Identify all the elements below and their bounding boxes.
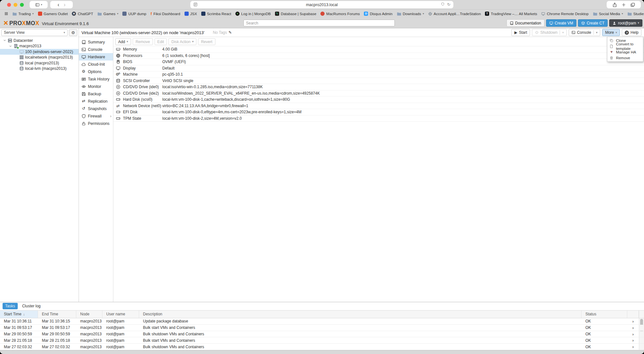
tab-task-history[interactable]: Task History: [79, 75, 113, 83]
address-bar-url[interactable]: macpro2013.local: [306, 3, 338, 7]
task-row[interactable]: Mar 31 09:53:17Mar 31 09:53:17macpro2013…: [0, 325, 644, 331]
tree-item-localnetwork-macpro2013[interactable]: localnetwork (macpro2013): [0, 55, 79, 61]
task-detail-button[interactable]: ›: [627, 332, 639, 336]
edit-tags-icon[interactable]: ✎: [229, 31, 232, 34]
bookmark-item-macrumors-forums[interactable]: MacRumors Forums: [320, 12, 360, 16]
forward-button[interactable]: ›: [64, 2, 65, 7]
hardware-row-network-device-net0[interactable]: ⇄Network Device (net0)virtio=BC:24:11:13…: [113, 103, 644, 109]
root-pam-button[interactable]: root@pam▾: [609, 19, 642, 27]
tab-tasks[interactable]: Tasks: [3, 303, 18, 309]
close-window-button[interactable]: [7, 3, 11, 7]
bookmark-item-jsx[interactable]: JSX: [185, 12, 197, 16]
task-detail-button[interactable]: ›: [627, 319, 639, 323]
bookmark-item-disqus-admin[interactable]: DDisqus Admin: [364, 12, 392, 16]
tree-item-local-macpro2013[interactable]: local (macpro2013): [0, 60, 79, 66]
tree-item-datacenter[interactable]: Datacenter: [0, 38, 79, 43]
hardware-row-cd-dvd-drive-ide0[interactable]: CD/DVD Drive (ide0)local:iso/virtio-win-…: [113, 84, 644, 90]
column-header-node[interactable]: Node: [76, 311, 102, 318]
tab-monitor[interactable]: Monitor: [79, 83, 113, 90]
address-bar[interactable]: macpro2013.local ↻: [190, 1, 453, 8]
task-detail-button[interactable]: ›: [627, 326, 639, 330]
hardware-row-machine[interactable]: ⚙⚙Machinepc-q35-10.1: [113, 71, 644, 78]
task-row[interactable]: Mar 27 02:03:32Mar 27 02:03:32macpro2013…: [0, 344, 644, 350]
hardware-row-display[interactable]: DisplayDefault: [113, 65, 644, 72]
bookmark-item-tradingview-all-markets[interactable]: TTradingView –… All Markets: [485, 12, 537, 16]
column-header-status[interactable]: Status: [582, 311, 627, 318]
hardware-row-processors[interactable]: Processors6 (1 sockets, 6 cores) [host]: [113, 53, 644, 59]
back-button[interactable]: ‹: [58, 2, 59, 7]
menu-item-convert-to-template[interactable]: Convert to template: [607, 43, 643, 49]
view-selector[interactable]: Server View ▾: [1, 29, 68, 36]
reload-icon[interactable]: ↻: [447, 3, 450, 7]
scrollbar-track[interactable]: [639, 344, 644, 350]
tab-hardware[interactable]: Hardware: [79, 53, 113, 61]
hardware-row-hard-disk-scsi0[interactable]: Hard Disk (scsi0)local-lvm:vm-100-disk-1…: [113, 97, 644, 103]
scrollbar-track[interactable]: [639, 337, 644, 343]
reader-icon[interactable]: [193, 2, 198, 7]
tab-options[interactable]: ⚙Options: [79, 68, 113, 75]
hardware-row-tpm-state[interactable]: TPM Statelocal-lvm:vm-100-disk-2,size=4M…: [113, 116, 644, 122]
bookmark-item-account-appli-tradestation[interactable]: Account Appli…TradeStation: [428, 12, 481, 16]
hardware-row-memory[interactable]: Memory4.00 GiB: [113, 46, 644, 53]
scrollbar-track[interactable]: [639, 318, 644, 324]
bookmark-item-studie[interactable]: Studie▾: [627, 12, 644, 16]
bookmark-item-chatgpt[interactable]: ∗ChatGPT: [72, 12, 93, 16]
edit-button[interactable]: Edit: [155, 38, 167, 45]
minimize-window-button[interactable]: [14, 3, 17, 7]
tab-summary[interactable]: Summary: [79, 38, 113, 46]
task-row[interactable]: Mar 31 10:36:11Mar 31 10:36:15macpro2013…: [0, 318, 644, 325]
scrollbar-track[interactable]: [639, 325, 644, 331]
share-icon[interactable]: [612, 2, 617, 7]
documentation-button[interactable]: Documentation: [507, 19, 545, 27]
bookmark-item-database-supabase[interactable]: ϟDatabase | Supabase: [275, 12, 316, 16]
task-detail-button[interactable]: ›: [627, 338, 639, 342]
hardware-row-scsi-controller[interactable]: SCSI ControllerVirtIO SCSI single: [113, 78, 644, 84]
bookmark-item-uup-dump[interactable]: UUP dump: [122, 12, 146, 16]
tab-firewall[interactable]: Firewall›: [79, 112, 113, 120]
tabs-icon[interactable]: [630, 2, 635, 7]
tree-item-macpro2013[interactable]: macpro2013: [0, 43, 79, 49]
search-input[interactable]: [243, 20, 395, 26]
bookmark-item-fiksi-dashboard[interactable]: fFiksi Dashboard: [150, 12, 180, 16]
shutdown-button[interactable]: Shutdown▾: [532, 29, 567, 36]
column-header-start-time[interactable]: Start Time↓: [0, 311, 38, 318]
column-header-end-time[interactable]: End Time: [38, 311, 76, 318]
tab-backup[interactable]: Backup: [79, 90, 113, 98]
bookmark-item-log-in-mongodb[interactable]: ●Log in | MongoDB: [235, 12, 271, 16]
maximize-window-button[interactable]: [20, 3, 24, 7]
bookmark-item-grid[interactable]: [5, 12, 8, 15]
expander-icon[interactable]: [3, 39, 6, 42]
column-header-description[interactable]: Description: [139, 311, 582, 318]
tab-replication[interactable]: ⇄Replication: [79, 98, 113, 105]
start-button[interactable]: ▶Start: [511, 29, 530, 36]
hardware-row-cd-dvd-drive-ide2[interactable]: CD/DVD Drive (ide2)local:iso/Windows_202…: [113, 90, 644, 97]
remove-button[interactable]: Remove: [133, 38, 153, 45]
hardware-row-efi-disk[interactable]: EFI Disklocal-lvm:vm-100-disk-0,efitype=…: [113, 109, 644, 116]
sidebar-icon[interactable]: [35, 3, 40, 7]
sidebar-caret-icon[interactable]: ▾: [41, 3, 42, 6]
task-row[interactable]: Mar 29 00:50:59Mar 29 00:50:59macpro2013…: [0, 331, 644, 338]
scrollbar-track[interactable]: [639, 331, 644, 337]
bookmark-item-downloads[interactable]: Downloads▾: [397, 12, 424, 16]
revert-button[interactable]: Revert: [198, 38, 215, 45]
bookmark-item-scrimba-react[interactable]: Scrimba React: [201, 12, 231, 16]
bookmark-item-chrome-remote-desktop[interactable]: Chrome Remote Desktop: [541, 12, 589, 16]
console-button[interactable]: Console▾: [569, 29, 601, 36]
plus-icon[interactable]: [621, 3, 626, 7]
tab-permissions[interactable]: Permissions: [79, 120, 113, 127]
bookmark-item-trading[interactable]: Trading▾: [12, 12, 34, 16]
tree-item-local-lvm-macpro2013[interactable]: local-lvm (macpro2013): [0, 66, 79, 72]
expander-icon[interactable]: [8, 45, 12, 48]
help-button[interactable]: ?Help: [622, 29, 641, 36]
menu-item-remove[interactable]: Remove: [607, 55, 643, 61]
tab-cluster-log[interactable]: Cluster log: [20, 303, 43, 309]
more-button[interactable]: More▾: [602, 29, 620, 36]
tree-settings-button[interactable]: ⚙: [69, 29, 77, 36]
tab-cloud-init[interactable]: Cloud-Init: [79, 61, 113, 68]
bookmark-item-gamers-outlet[interactable]: Gamers Outlet: [38, 12, 68, 16]
bookmark-item-games[interactable]: Games▾: [97, 12, 118, 16]
hardware-row-bios[interactable]: BIOSOVMF (UEFI): [113, 59, 644, 65]
bookmark-item-social-media[interactable]: Social Media▾: [593, 12, 623, 16]
tab-snapshots[interactable]: ↺Snapshots: [79, 105, 113, 112]
tree-item-100-windows-server-2022[interactable]: 100 (windows-server-2022): [0, 49, 79, 55]
